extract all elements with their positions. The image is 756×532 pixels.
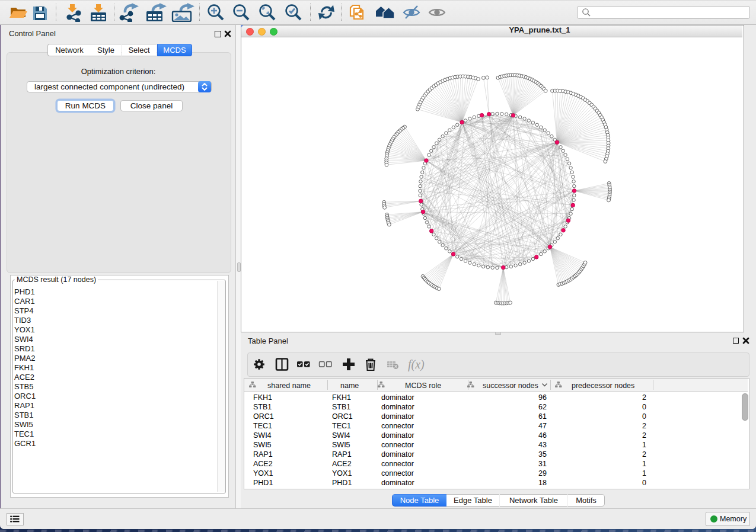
svg-text:f(x): f(x) [408, 358, 425, 371]
